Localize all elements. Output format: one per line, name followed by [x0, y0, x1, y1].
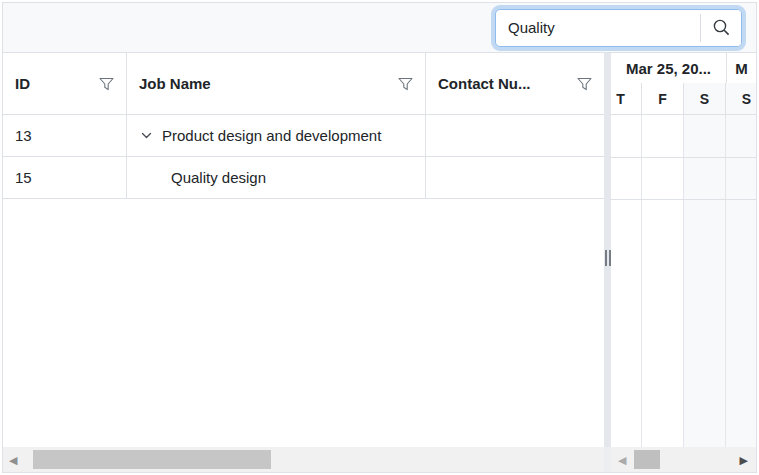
timeline-column	[642, 115, 684, 447]
grid-horizontal-scrollbar[interactable]: ◀	[3, 447, 604, 472]
day-header-cell: S	[726, 83, 756, 114]
timeline-row-line	[611, 157, 756, 158]
job-name-cell: Product design and development	[127, 115, 426, 156]
column-label: ID	[15, 75, 99, 92]
timeline-pane: Mar 25, 20... M T F S S	[611, 53, 756, 447]
timeline-day-tier: T F S S	[611, 83, 756, 115]
treegrid-header-row: ID Job Name	[3, 53, 604, 115]
job-name-text: Quality design	[171, 169, 266, 186]
id-cell: 13	[3, 115, 127, 156]
day-header-cell: T	[611, 83, 642, 114]
filter-icon[interactable]	[99, 77, 114, 91]
scroll-right-arrow-icon[interactable]: ▶	[740, 454, 748, 465]
contact-cell	[426, 157, 604, 198]
timeline-scrollbar-thumb[interactable]	[634, 450, 660, 469]
job-name-cell: Quality design	[127, 157, 426, 198]
scrollbar-row: ◀ ◀ ▶	[3, 447, 756, 472]
contact-cell	[426, 115, 604, 156]
scrollbar-splitter-gap	[604, 447, 611, 472]
day-header-cell: F	[642, 83, 684, 114]
gantt-widget: ID Job Name	[0, 0, 759, 475]
main-area: ID Job Name	[3, 53, 756, 447]
search-input[interactable]	[496, 10, 700, 46]
search-icon	[712, 18, 731, 37]
timeline-horizontal-scrollbar[interactable]: ◀ ▶	[611, 447, 756, 472]
timeline-column-weekend	[726, 115, 756, 447]
timeline-row-line	[611, 199, 756, 200]
grid-scrollbar-thumb[interactable]	[33, 450, 271, 469]
search-box[interactable]	[495, 9, 742, 47]
filter-icon[interactable]	[577, 77, 592, 91]
scroll-left-arrow-icon[interactable]: ◀	[9, 454, 17, 465]
day-header-cell: S	[684, 83, 726, 114]
timeline-column-weekend	[684, 115, 726, 447]
column-header-contact-number[interactable]: Contact Nu...	[426, 53, 604, 114]
column-label: Contact Nu...	[438, 75, 577, 92]
toolbar	[3, 3, 756, 53]
splitter-handle[interactable]	[605, 250, 611, 266]
table-row[interactable]: 15 Quality design	[3, 157, 604, 199]
chevron-down-icon[interactable]	[141, 132, 152, 140]
timeline-column	[611, 115, 642, 447]
treegrid-empty-area	[3, 199, 604, 447]
column-header-id[interactable]: ID	[3, 53, 127, 114]
treegrid-pane: ID Job Name	[3, 53, 604, 447]
gantt-frame: ID Job Name	[2, 2, 757, 473]
job-name-text: Product design and development	[162, 127, 381, 144]
search-button[interactable]	[701, 10, 741, 46]
timeline-week-tier: Mar 25, 20... M	[611, 53, 756, 83]
id-cell: 15	[3, 157, 127, 198]
filter-icon[interactable]	[398, 77, 413, 91]
column-header-job-name[interactable]: Job Name	[127, 53, 426, 114]
scroll-left-arrow-icon[interactable]: ◀	[618, 454, 626, 465]
week-header-cell: M	[727, 53, 756, 83]
timeline-chart-body	[611, 115, 756, 447]
pane-splitter[interactable]	[604, 53, 611, 447]
table-row[interactable]: 13 Product design and development	[3, 115, 604, 157]
week-header-cell: Mar 25, 20...	[611, 53, 727, 83]
column-label: Job Name	[139, 75, 398, 92]
